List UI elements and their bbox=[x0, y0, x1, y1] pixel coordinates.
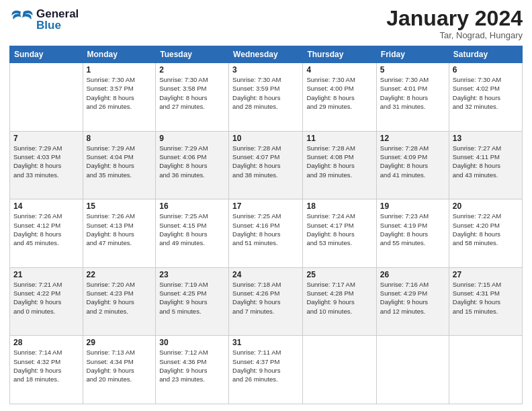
day-number: 15 bbox=[87, 201, 152, 211]
day-cell: 8Sunrise: 7:29 AM Sunset: 4:04 PM Daylig… bbox=[83, 131, 156, 199]
day-number: 31 bbox=[232, 338, 299, 347]
day-cell: 7Sunrise: 7:29 AM Sunset: 4:03 PM Daylig… bbox=[10, 131, 83, 199]
day-number: 14 bbox=[13, 201, 79, 211]
day-cell: 15Sunrise: 7:26 AM Sunset: 4:13 PM Dayli… bbox=[83, 199, 156, 268]
day-info: Sunrise: 7:22 AM Sunset: 4:20 PM Dayligh… bbox=[453, 212, 519, 247]
day-cell bbox=[303, 336, 376, 404]
day-number: 17 bbox=[232, 201, 299, 211]
day-info: Sunrise: 7:13 AM Sunset: 4:34 PM Dayligh… bbox=[87, 348, 152, 383]
day-cell: 25Sunrise: 7:17 AM Sunset: 4:28 PM Dayli… bbox=[303, 267, 376, 336]
logo-name: General Blue bbox=[36, 8, 79, 31]
day-number: 24 bbox=[232, 270, 299, 279]
day-info: Sunrise: 7:23 AM Sunset: 4:19 PM Dayligh… bbox=[380, 212, 445, 247]
calendar-table: Sunday Monday Tuesday Wednesday Thursday… bbox=[9, 46, 523, 404]
day-number: 8 bbox=[87, 134, 152, 143]
location: Tar, Nograd, Hungary bbox=[386, 30, 523, 40]
day-cell: 31Sunrise: 7:11 AM Sunset: 4:37 PM Dayli… bbox=[229, 336, 303, 404]
day-number: 18 bbox=[306, 201, 372, 211]
day-cell: 19Sunrise: 7:23 AM Sunset: 4:19 PM Dayli… bbox=[376, 199, 449, 268]
day-number: 1 bbox=[87, 65, 152, 75]
week-row-4: 21Sunrise: 7:21 AM Sunset: 4:22 PM Dayli… bbox=[10, 267, 523, 336]
day-number: 11 bbox=[306, 134, 372, 143]
day-cell: 22Sunrise: 7:20 AM Sunset: 4:23 PM Dayli… bbox=[83, 267, 156, 336]
week-row-2: 7Sunrise: 7:29 AM Sunset: 4:03 PM Daylig… bbox=[10, 131, 523, 199]
day-info: Sunrise: 7:30 AM Sunset: 3:58 PM Dayligh… bbox=[159, 75, 225, 111]
month-year: January 2024 bbox=[386, 7, 523, 30]
day-number: 21 bbox=[13, 270, 79, 279]
day-number: 28 bbox=[13, 338, 79, 347]
day-info: Sunrise: 7:16 AM Sunset: 4:29 PM Dayligh… bbox=[380, 280, 445, 316]
day-number: 10 bbox=[232, 134, 299, 143]
day-info: Sunrise: 7:24 AM Sunset: 4:17 PM Dayligh… bbox=[306, 212, 372, 247]
week-row-1: 1Sunrise: 7:30 AM Sunset: 3:57 PM Daylig… bbox=[10, 63, 523, 132]
day-info: Sunrise: 7:21 AM Sunset: 4:22 PM Dayligh… bbox=[13, 280, 79, 316]
day-cell bbox=[10, 63, 83, 132]
day-number: 4 bbox=[306, 65, 372, 75]
title-block: January 2024 Tar, Nograd, Hungary bbox=[386, 7, 523, 40]
day-number: 29 bbox=[87, 338, 152, 347]
col-monday: Monday bbox=[83, 46, 156, 63]
day-cell: 9Sunrise: 7:29 AM Sunset: 4:06 PM Daylig… bbox=[156, 131, 229, 199]
day-cell: 2Sunrise: 7:30 AM Sunset: 3:58 PM Daylig… bbox=[156, 63, 229, 132]
day-cell: 29Sunrise: 7:13 AM Sunset: 4:34 PM Dayli… bbox=[83, 336, 156, 404]
day-cell: 12Sunrise: 7:28 AM Sunset: 4:09 PM Dayli… bbox=[376, 131, 449, 199]
day-info: Sunrise: 7:18 AM Sunset: 4:26 PM Dayligh… bbox=[232, 280, 299, 316]
col-saturday: Saturday bbox=[449, 46, 522, 63]
day-info: Sunrise: 7:27 AM Sunset: 4:11 PM Dayligh… bbox=[453, 144, 519, 179]
day-cell: 30Sunrise: 7:12 AM Sunset: 4:36 PM Dayli… bbox=[156, 336, 229, 404]
day-info: Sunrise: 7:25 AM Sunset: 4:15 PM Dayligh… bbox=[159, 212, 225, 247]
header: General Blue January 2024 Tar, Nograd, H… bbox=[9, 7, 523, 40]
day-number: 5 bbox=[380, 65, 445, 75]
day-info: Sunrise: 7:19 AM Sunset: 4:25 PM Dayligh… bbox=[159, 280, 225, 316]
logo-general-text: General bbox=[36, 8, 79, 19]
week-row-5: 28Sunrise: 7:14 AM Sunset: 4:32 PM Dayli… bbox=[10, 336, 523, 404]
day-number: 6 bbox=[453, 65, 519, 75]
col-sunday: Sunday bbox=[10, 46, 83, 63]
day-number: 9 bbox=[159, 134, 225, 143]
day-info: Sunrise: 7:26 AM Sunset: 4:12 PM Dayligh… bbox=[13, 212, 79, 247]
day-info: Sunrise: 7:29 AM Sunset: 4:03 PM Dayligh… bbox=[13, 144, 79, 179]
day-cell: 21Sunrise: 7:21 AM Sunset: 4:22 PM Dayli… bbox=[10, 267, 83, 336]
day-number: 7 bbox=[13, 134, 79, 143]
day-cell: 14Sunrise: 7:26 AM Sunset: 4:12 PM Dayli… bbox=[10, 199, 83, 268]
day-cell: 17Sunrise: 7:25 AM Sunset: 4:16 PM Dayli… bbox=[229, 199, 303, 268]
day-cell: 5Sunrise: 7:30 AM Sunset: 4:01 PM Daylig… bbox=[376, 63, 449, 132]
day-cell: 28Sunrise: 7:14 AM Sunset: 4:32 PM Dayli… bbox=[10, 336, 83, 404]
day-cell: 13Sunrise: 7:27 AM Sunset: 4:11 PM Dayli… bbox=[449, 131, 522, 199]
day-cell bbox=[449, 336, 522, 404]
day-cell: 1Sunrise: 7:30 AM Sunset: 3:57 PM Daylig… bbox=[83, 63, 156, 132]
day-number: 20 bbox=[453, 201, 519, 211]
day-number: 23 bbox=[159, 270, 225, 279]
day-cell bbox=[376, 336, 449, 404]
day-cell: 6Sunrise: 7:30 AM Sunset: 4:02 PM Daylig… bbox=[449, 63, 522, 132]
day-info: Sunrise: 7:28 AM Sunset: 4:09 PM Dayligh… bbox=[380, 144, 445, 179]
day-number: 26 bbox=[380, 270, 445, 279]
day-number: 13 bbox=[453, 134, 519, 143]
logo-blue-text: Blue bbox=[36, 19, 79, 31]
day-cell: 23Sunrise: 7:19 AM Sunset: 4:25 PM Dayli… bbox=[156, 267, 229, 336]
day-number: 2 bbox=[159, 65, 225, 75]
day-info: Sunrise: 7:30 AM Sunset: 4:00 PM Dayligh… bbox=[306, 75, 372, 111]
day-number: 3 bbox=[232, 65, 299, 75]
day-info: Sunrise: 7:28 AM Sunset: 4:08 PM Dayligh… bbox=[306, 144, 372, 179]
day-info: Sunrise: 7:30 AM Sunset: 4:02 PM Dayligh… bbox=[453, 75, 519, 111]
day-number: 19 bbox=[380, 201, 445, 211]
logo: General Blue bbox=[9, 7, 79, 32]
day-info: Sunrise: 7:26 AM Sunset: 4:13 PM Dayligh… bbox=[87, 212, 152, 247]
day-number: 22 bbox=[87, 270, 152, 279]
day-info: Sunrise: 7:25 AM Sunset: 4:16 PM Dayligh… bbox=[232, 212, 299, 247]
day-info: Sunrise: 7:30 AM Sunset: 3:59 PM Dayligh… bbox=[232, 75, 299, 111]
day-info: Sunrise: 7:17 AM Sunset: 4:28 PM Dayligh… bbox=[306, 280, 372, 316]
day-cell: 20Sunrise: 7:22 AM Sunset: 4:20 PM Dayli… bbox=[449, 199, 522, 268]
day-info: Sunrise: 7:20 AM Sunset: 4:23 PM Dayligh… bbox=[87, 280, 152, 316]
page: General Blue January 2024 Tar, Nograd, H… bbox=[0, 0, 532, 411]
col-wednesday: Wednesday bbox=[229, 46, 303, 63]
day-number: 12 bbox=[380, 134, 445, 143]
day-cell: 3Sunrise: 7:30 AM Sunset: 3:59 PM Daylig… bbox=[229, 63, 303, 132]
day-cell: 24Sunrise: 7:18 AM Sunset: 4:26 PM Dayli… bbox=[229, 267, 303, 336]
day-cell: 10Sunrise: 7:28 AM Sunset: 4:07 PM Dayli… bbox=[229, 131, 303, 199]
day-info: Sunrise: 7:12 AM Sunset: 4:36 PM Dayligh… bbox=[159, 348, 225, 383]
day-info: Sunrise: 7:14 AM Sunset: 4:32 PM Dayligh… bbox=[13, 348, 79, 383]
day-info: Sunrise: 7:29 AM Sunset: 4:06 PM Dayligh… bbox=[159, 144, 225, 179]
day-number: 27 bbox=[453, 270, 519, 279]
